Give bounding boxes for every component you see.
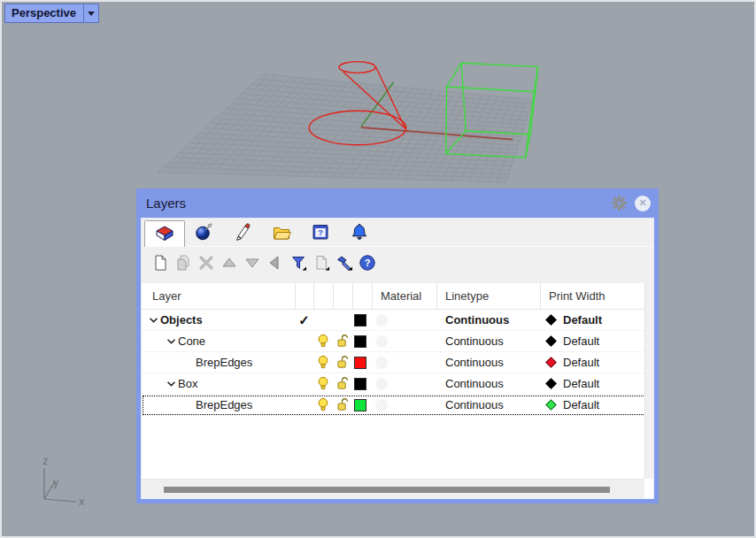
toolbar-copy-layer-button[interactable] <box>172 255 195 274</box>
layer-linetype[interactable]: Continuous <box>436 373 540 394</box>
panel-tab-display[interactable] <box>222 220 263 247</box>
layer-row[interactable]: BrepEdges Continuous Default <box>142 352 653 373</box>
layer-lock-icon[interactable] <box>333 331 352 351</box>
row-indent <box>146 362 181 363</box>
toolbar-layer-report-button[interactable] <box>310 255 333 274</box>
svg-text:?: ? <box>365 257 371 268</box>
toolbar-move-up-button[interactable] <box>218 255 241 274</box>
toolbar-help-button[interactable]: ? <box>356 255 379 274</box>
column-header-visibility[interactable] <box>313 283 333 309</box>
current-layer-check[interactable] <box>295 352 313 373</box>
layer-visibility-bulb-icon[interactable] <box>313 310 333 330</box>
delete-layer-icon <box>197 254 215 275</box>
viewport-tab-dropdown[interactable] <box>83 4 98 22</box>
layers-icon <box>155 223 174 246</box>
column-header-lock[interactable] <box>333 283 352 309</box>
column-header-print-width[interactable]: Print Width <box>540 283 646 309</box>
layer-row[interactable]: Cone Continuous Default <box>142 331 653 352</box>
layer-linetype[interactable]: Continuous <box>436 310 540 330</box>
layer-print-width[interactable]: Default <box>540 331 646 351</box>
layer-visibility-bulb-icon[interactable] <box>313 373 333 394</box>
layer-lock-icon[interactable] <box>333 310 352 330</box>
layer-material-swatch[interactable] <box>372 373 436 394</box>
expander-chevron-icon[interactable] <box>146 317 160 324</box>
column-header-layer[interactable]: Layer <box>142 283 295 309</box>
expander-chevron-icon[interactable] <box>164 338 178 345</box>
layer-material-swatch[interactable] <box>372 352 436 373</box>
vertical-scrollbar[interactable] <box>644 283 653 479</box>
toolbar-new-layer-button[interactable] <box>149 255 172 274</box>
copy-layer-icon <box>174 254 192 275</box>
layer-row[interactable]: Objects ✓ Continuous Default <box>142 310 653 331</box>
layer-visibility-bulb-icon[interactable] <box>313 331 333 351</box>
toolbar-collapse-button[interactable] <box>264 255 287 274</box>
panel-tab-notifications[interactable] <box>339 220 380 247</box>
current-layer-check[interactable] <box>295 331 313 351</box>
layer-print-width[interactable]: Default <box>540 373 646 394</box>
layer-linetype[interactable]: Continuous <box>436 352 540 373</box>
print-color-diamond-icon <box>545 335 557 347</box>
layer-print-width[interactable]: Default <box>540 395 646 415</box>
horizontal-scrollbar[interactable] <box>142 479 644 498</box>
object-properties-icon <box>194 222 213 245</box>
layer-visibility-bulb-icon[interactable] <box>313 352 333 373</box>
layer-name[interactable]: Box <box>178 377 197 390</box>
column-header-material[interactable]: Material <box>372 283 436 309</box>
column-header-current[interactable] <box>295 283 313 309</box>
layer-visibility-bulb-icon[interactable] <box>313 395 333 415</box>
layer-color-swatch[interactable] <box>352 373 372 394</box>
current-layer-check[interactable] <box>295 395 313 415</box>
horizontal-scrollbar-thumb[interactable] <box>164 487 610 493</box>
panel-title: Layers <box>146 196 186 211</box>
current-layer-check[interactable] <box>295 373 313 394</box>
layer-material-swatch[interactable] <box>372 395 436 415</box>
layer-lock-icon[interactable] <box>333 352 352 373</box>
layer-color-swatch[interactable] <box>352 310 372 330</box>
column-header-color[interactable] <box>352 283 372 309</box>
panel-tab-libraries[interactable] <box>378 220 419 247</box>
rhino-window: z y x Perspective Layers <box>0 0 756 538</box>
panel-tab-object-properties[interactable] <box>183 220 224 247</box>
layer-material-swatch[interactable] <box>372 310 436 330</box>
close-icon: ✕ <box>638 198 646 208</box>
filter-icon <box>289 254 307 275</box>
layer-linetype[interactable]: Continuous <box>436 331 540 351</box>
toolbar-delete-layer-button[interactable] <box>195 255 218 274</box>
layer-name[interactable]: Cone <box>178 334 205 348</box>
layer-lock-icon[interactable] <box>333 395 352 415</box>
notes-icon <box>272 222 291 245</box>
viewport-tab-label: Perspective <box>5 6 83 20</box>
layer-row[interactable]: BrepEdges Continuous Default <box>142 395 653 416</box>
layer-name[interactable]: Objects <box>160 313 203 327</box>
layer-row[interactable]: Box Continuous Default <box>142 373 653 395</box>
new-layer-icon <box>151 254 169 275</box>
notifications-icon <box>350 222 369 245</box>
layer-color-swatch[interactable] <box>352 331 372 351</box>
toolbar-tools-button[interactable] <box>333 255 356 274</box>
panel-tab-help[interactable]: ? <box>300 220 341 247</box>
expander-chevron-icon[interactable] <box>164 380 178 388</box>
panel-settings-gear-icon[interactable] <box>612 196 627 211</box>
row-indent <box>146 341 164 342</box>
viewport-tab-perspective[interactable]: Perspective <box>4 4 99 23</box>
panel-close-button[interactable]: ✕ <box>635 196 651 211</box>
toolbar-filter-button[interactable] <box>287 255 310 274</box>
layer-print-width[interactable]: Default <box>540 310 646 330</box>
current-layer-check[interactable]: ✓ <box>295 310 313 330</box>
column-header-linetype[interactable]: Linetype <box>436 283 540 309</box>
layer-print-width[interactable]: Default <box>540 352 646 373</box>
layer-name[interactable]: BrepEdges <box>196 398 252 411</box>
axis-gizmo <box>44 468 76 502</box>
layer-color-swatch[interactable] <box>352 395 372 415</box>
panel-titlebar[interactable]: Layers ✕ <box>141 188 654 218</box>
layer-lock-icon[interactable] <box>333 373 352 394</box>
layer-color-swatch[interactable] <box>352 352 372 373</box>
panel-tab-notes[interactable] <box>261 220 302 247</box>
axis-label-y: y <box>53 475 59 488</box>
layer-material-swatch[interactable] <box>372 331 436 351</box>
panel-tab-layers[interactable] <box>144 220 185 247</box>
toolbar-move-down-button[interactable] <box>241 255 264 274</box>
layer-linetype[interactable]: Continuous <box>436 395 540 415</box>
help-icon: ? <box>311 222 330 245</box>
layer-name[interactable]: BrepEdges <box>196 356 252 369</box>
